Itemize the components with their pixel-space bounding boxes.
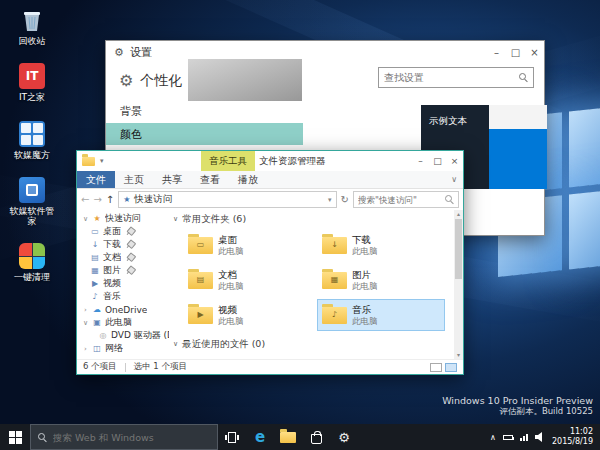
sidebar-item-dvd-drive[interactable]: ◎ DVD 驱动器 (D:) <box>77 329 169 342</box>
desktop-icon-ruanmei-mofang[interactable]: 软媒魔方 <box>6 120 58 160</box>
settings-button[interactable]: ⚙ <box>330 424 358 450</box>
back-button[interactable]: ← <box>81 194 89 205</box>
desktop-icon-ruanmei-manager[interactable]: 软媒软件管家 <box>6 176 58 227</box>
refresh-button[interactable]: ↻ <box>341 194 349 205</box>
section-title: 最近使用的文件 (0) <box>182 338 265 351</box>
expander-icon[interactable]: ∨ <box>82 215 89 223</box>
close-button[interactable]: × <box>446 151 463 171</box>
sidebar-item-pictures[interactable]: ▦ 图片 <box>77 264 169 277</box>
folder-tile-desktop[interactable]: ▭ 桌面此电脑 <box>183 229 311 261</box>
address-dropdown-icon[interactable]: ▾ <box>328 196 332 204</box>
section-title: 常用文件夹 (6) <box>182 213 246 226</box>
sidebar-item-network[interactable]: › ◫ 网络 <box>77 342 169 355</box>
minimize-button[interactable]: – <box>412 151 429 171</box>
desktop-icon-one-key-clean[interactable]: 一键清理 <box>6 242 58 282</box>
expander-icon[interactable]: › <box>82 306 89 314</box>
address-bar[interactable]: ★ 快速访问 ▾ <box>118 191 336 208</box>
scrollbar-thumb[interactable] <box>455 219 462 279</box>
folder-icon: ▶ <box>188 307 213 324</box>
file-explorer-button[interactable] <box>274 424 302 450</box>
desktop-folder-icon: ▭ <box>90 227 100 236</box>
settings-page-title: 个性化 <box>140 72 182 90</box>
pin-icon <box>124 251 137 264</box>
folder-tile-downloads[interactable]: ↓ 下载此电脑 <box>317 229 445 261</box>
large-icons-view-button[interactable] <box>445 363 457 372</box>
expander-icon[interactable]: › <box>82 345 89 353</box>
sidebar-item-videos[interactable]: ▶ 视频 <box>77 277 169 290</box>
settings-titlebar[interactable]: ⚙ 设置 – □ × <box>106 41 544 63</box>
onedrive-cloud-icon: ☁ <box>92 305 102 314</box>
store-bag-icon <box>311 434 322 444</box>
forward-button[interactable]: → <box>93 194 101 205</box>
network-icon: ◫ <box>92 344 102 353</box>
sidebar-item-music[interactable]: ♪ 音乐 <box>77 290 169 303</box>
recycle-bin-icon <box>18 6 46 34</box>
section-recent-files[interactable]: ∨ 最近使用的文件 (0) <box>173 337 451 351</box>
vertical-scrollbar[interactable]: ▴ ▾ <box>454 210 463 359</box>
desktop-icon-label: IT之家 <box>6 92 58 102</box>
store-button[interactable] <box>302 424 330 450</box>
settings-nav-colors[interactable]: 颜色 <box>106 123 303 145</box>
folder-tile-music-selected[interactable]: ♪ 音乐此电脑 <box>317 299 445 331</box>
sidebar-item-quick-access[interactable]: ∨ ★ 快速访问 <box>77 212 169 225</box>
folder-tile-videos[interactable]: ▶ 视频此电脑 <box>183 299 311 331</box>
settings-nav-background[interactable]: 背景 <box>120 104 142 119</box>
settings-search-input[interactable] <box>384 72 519 83</box>
scroll-up-icon[interactable]: ▴ <box>457 210 460 217</box>
up-button[interactable]: ↑ <box>106 194 114 205</box>
explorer-main: ∨ ★ 快速访问 ▭ 桌面 ↓ 下载 ▤ 文档 <box>77 210 463 359</box>
tray-overflow-icon[interactable]: ∧ <box>490 433 496 442</box>
preview-accent-column <box>489 105 547 189</box>
taskbar: e ⚙ ∧ 11:02 2015/8/19 <box>0 424 600 450</box>
cube-icon <box>18 120 46 148</box>
explorer-search-input[interactable] <box>358 195 442 205</box>
statusbar-divider <box>125 363 126 372</box>
sidebar-item-this-pc[interactable]: ∨ ▣ 此电脑 <box>77 316 169 329</box>
start-button[interactable] <box>0 424 30 450</box>
watermark-line1: Windows 10 Pro Insider Preview <box>442 395 593 406</box>
computer-icon: ▣ <box>92 318 102 327</box>
ribbon-expand-icon[interactable]: ∨ <box>451 175 457 184</box>
scroll-down-icon[interactable]: ▾ <box>454 351 463 359</box>
taskbar-clock[interactable]: 11:02 2015/8/19 <box>552 427 593 447</box>
collapse-icon[interactable]: ∨ <box>173 340 178 348</box>
desktop-icon-ithome[interactable]: IT IT之家 <box>6 62 58 102</box>
taskbar-search[interactable] <box>30 424 218 450</box>
edge-button[interactable]: e <box>246 424 274 450</box>
network-icon[interactable] <box>520 434 528 441</box>
explorer-search[interactable] <box>353 191 459 208</box>
tab-file[interactable]: 文件 <box>77 171 115 188</box>
tab-view[interactable]: 查看 <box>191 171 229 188</box>
section-frequent-folders[interactable]: ∨ 常用文件夹 (6) <box>173 212 451 226</box>
volume-icon[interactable] <box>535 432 545 442</box>
pinwheel-icon <box>18 242 46 270</box>
tab-share[interactable]: 共享 <box>153 171 191 188</box>
tab-home[interactable]: 主页 <box>115 171 153 188</box>
minimize-button[interactable]: – <box>487 41 506 63</box>
collapse-icon[interactable]: ∨ <box>173 215 178 223</box>
maximize-button[interactable]: □ <box>429 151 446 171</box>
tab-play[interactable]: 播放 <box>229 171 267 188</box>
folder-tile-documents[interactable]: ▤ 文档此电脑 <box>183 264 311 296</box>
sidebar-item-onedrive[interactable]: › ☁ OneDrive <box>77 303 169 316</box>
details-view-button[interactable] <box>430 363 442 372</box>
contextual-tab-music-tools[interactable]: 音乐工具 <box>201 151 255 171</box>
pictures-folder-icon: ▦ <box>90 266 100 275</box>
sidebar-item-downloads[interactable]: ↓ 下载 <box>77 238 169 251</box>
settings-nav-colors-label: 颜色 <box>120 127 142 142</box>
taskbar-search-input[interactable] <box>53 432 210 443</box>
sidebar-item-desktop[interactable]: ▭ 桌面 <box>77 225 169 238</box>
task-view-button[interactable] <box>218 424 246 450</box>
close-button[interactable]: × <box>525 41 544 63</box>
desktop-icon-recycle-bin[interactable]: 回收站 <box>6 6 58 46</box>
battery-icon[interactable] <box>503 435 513 440</box>
explorer-titlebar[interactable]: ▾ 音乐工具 文件资源管理器 – □ × <box>77 151 463 171</box>
maximize-button[interactable]: □ <box>506 41 525 63</box>
folder-tile-pictures[interactable]: ▦ 图片此电脑 <box>317 264 445 296</box>
quick-access-toolbar-dropdown-icon[interactable]: ▾ <box>100 157 104 165</box>
sidebar-item-documents[interactable]: ▤ 文档 <box>77 251 169 264</box>
expander-icon[interactable]: ∨ <box>82 319 89 327</box>
task-view-icon <box>225 432 239 443</box>
settings-search[interactable] <box>378 67 534 88</box>
address-text: 快速访问 <box>134 193 172 206</box>
